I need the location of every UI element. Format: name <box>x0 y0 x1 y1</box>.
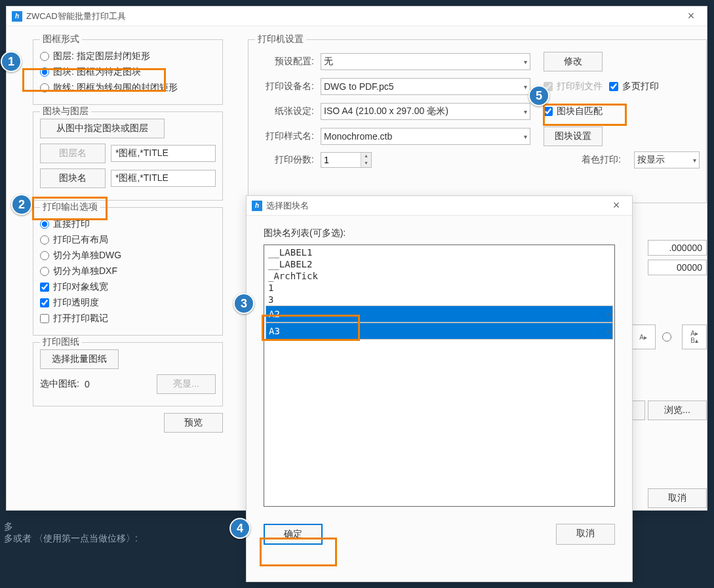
paper-select[interactable]: ISO A4 (210.00 x 297.00 毫米) <box>321 103 530 120</box>
numeric-value-1[interactable]: .000000 <box>648 240 707 256</box>
layer-name-button[interactable]: 图层名 <box>40 144 106 163</box>
list-item[interactable]: A3 <box>266 323 613 340</box>
numeric-value-2[interactable]: 00000 <box>648 260 707 275</box>
color-print-label: 着色打印: <box>582 154 621 166</box>
annotation-marker-2: 2 <box>11 194 32 215</box>
radio-direct-print[interactable]: 直接打印 <box>40 218 216 230</box>
output-options-group: 打印输出选项 直接打印 打印已有布局 切分为单独DWG 切分为单独DXF 打印对… <box>33 207 223 336</box>
style-select[interactable]: Monochrome.ctb <box>321 128 530 145</box>
preset-label: 预设配置: <box>255 56 314 68</box>
block-list[interactable]: __LABEL1__LABEL2_ArchTick13A2A3 <box>264 245 615 507</box>
radio-layer[interactable]: 图层: 指定图层封闭矩形 <box>40 50 216 62</box>
highlight-button[interactable]: 亮显... <box>157 374 216 394</box>
select-sheets-button[interactable]: 选择批量图纸 <box>40 349 119 369</box>
list-item[interactable]: __LABEL1 <box>266 246 613 258</box>
sub-dialog: h 选择图块名 × 图块名列表(可多选): __LABEL1__LABEL2_A… <box>246 195 633 582</box>
main-title: ZWCAD智能批量打印工具 <box>26 10 126 22</box>
pick-from-drawing-button[interactable]: 从图中指定图块或图层 <box>40 119 165 138</box>
orientation-icon-1[interactable]: A▸ <box>631 324 656 349</box>
modify-button[interactable]: 修改 <box>544 52 603 71</box>
sub-titlebar: h 选择图块名 × <box>247 196 632 216</box>
sub-title: 选择图块名 <box>266 200 309 212</box>
check-transparency[interactable]: 打印透明度 <box>40 297 216 309</box>
print-sheets-group: 打印图纸 选择批量图纸 选中图纸: 0 亮显... <box>33 342 223 406</box>
check-print-to-file[interactable]: 打印到文件 <box>544 81 603 92</box>
list-item[interactable]: 1 <box>266 282 613 294</box>
printer-legend: 打印机设置 <box>255 33 306 45</box>
close-icon[interactable]: × <box>606 199 627 212</box>
selected-sheets-count: 0 <box>85 379 90 389</box>
list-item[interactable]: A2 <box>266 305 613 323</box>
block-settings-button[interactable]: 图块设置 <box>544 127 603 146</box>
radio-scatter[interactable]: 散线: 图框为线包围的封闭矩形 <box>40 82 216 94</box>
selected-sheets-label: 选中图纸: <box>40 378 79 390</box>
style-label: 打印样式名: <box>255 130 314 142</box>
radio-orientation[interactable] <box>662 332 675 342</box>
preview-button[interactable]: 预览 <box>164 413 223 433</box>
printer-settings-group: 打印机设置 预设配置: 无 修改 打印设备名: DWG to PDF.pc5 打… <box>248 39 707 203</box>
app-icon: h <box>252 201 262 211</box>
copies-label: 打印份数: <box>255 154 314 166</box>
annotation-marker-3: 3 <box>233 293 254 314</box>
check-stamp[interactable]: 打开打印戳记 <box>40 313 216 324</box>
annotation-marker-4: 4 <box>229 518 250 539</box>
block-name-input[interactable]: *图框,*TITLE <box>111 170 216 187</box>
radio-split-dwg[interactable]: 切分为单独DWG <box>40 250 216 262</box>
list-item[interactable]: _ArchTick <box>266 270 613 282</box>
device-select[interactable]: DWG to PDF.pc5 <box>321 78 530 95</box>
color-print-select[interactable]: 按显示 <box>634 151 700 168</box>
block-name-button[interactable]: 图块名 <box>40 168 106 188</box>
radio-existing-layout[interactable]: 打印已有布局 <box>40 234 216 246</box>
main-cancel-button[interactable]: 取消 <box>648 488 707 508</box>
background-command-text: 多 多或者 〈使用第一点当做位移〉: <box>0 517 142 549</box>
close-icon[interactable]: × <box>681 9 702 23</box>
copies-spinner[interactable]: ▲▼ <box>321 152 372 168</box>
orientation-icon-2[interactable]: A▸B▴ <box>682 324 707 349</box>
list-item[interactable]: __LABEL2 <box>266 258 613 270</box>
sub-cancel-button[interactable]: 取消 <box>556 524 615 545</box>
preset-select[interactable]: 无 <box>321 53 530 70</box>
radio-block[interactable]: 图块: 图框为特定图块 <box>40 66 216 78</box>
check-block-automatch[interactable]: 图块自匹配 <box>544 106 603 117</box>
block-list-label: 图块名列表(可多选): <box>264 227 615 239</box>
spin-up-icon[interactable]: ▲ <box>361 153 371 160</box>
block-layer-legend: 图块与图层 <box>40 106 91 117</box>
main-titlebar: h ZWCAD智能批量打印工具 × <box>7 7 707 26</box>
copies-input[interactable] <box>321 153 361 167</box>
browse-button[interactable]: 浏览... <box>648 401 707 420</box>
app-icon: h <box>12 11 22 22</box>
block-layer-group: 图块与图层 从图中指定图块或图层 图层名 *图框,*TITLE 图块名 *图框,… <box>33 111 223 201</box>
check-multipage[interactable]: 多页打印 <box>609 81 659 92</box>
frame-style-legend: 图框形式 <box>40 33 82 45</box>
radio-split-dxf[interactable]: 切分为单独DXF <box>40 265 216 277</box>
annotation-marker-1: 1 <box>1 51 22 72</box>
ok-button[interactable]: 确定 <box>264 524 323 545</box>
spin-down-icon[interactable]: ▼ <box>361 160 371 167</box>
paper-label: 纸张设定: <box>255 106 314 117</box>
frame-style-group: 图框形式 图层: 指定图层封闭矩形 图块: 图框为特定图块 散线: 图框为线包围… <box>33 39 223 105</box>
annotation-marker-5: 5 <box>528 85 549 106</box>
list-item[interactable]: 3 <box>266 294 613 305</box>
check-lineweight[interactable]: 打印对象线宽 <box>40 281 216 293</box>
layer-name-input[interactable]: *图框,*TITLE <box>111 145 216 162</box>
sheets-legend: 打印图纸 <box>40 336 82 348</box>
output-legend: 打印输出选项 <box>40 201 100 213</box>
device-label: 打印设备名: <box>255 81 314 92</box>
